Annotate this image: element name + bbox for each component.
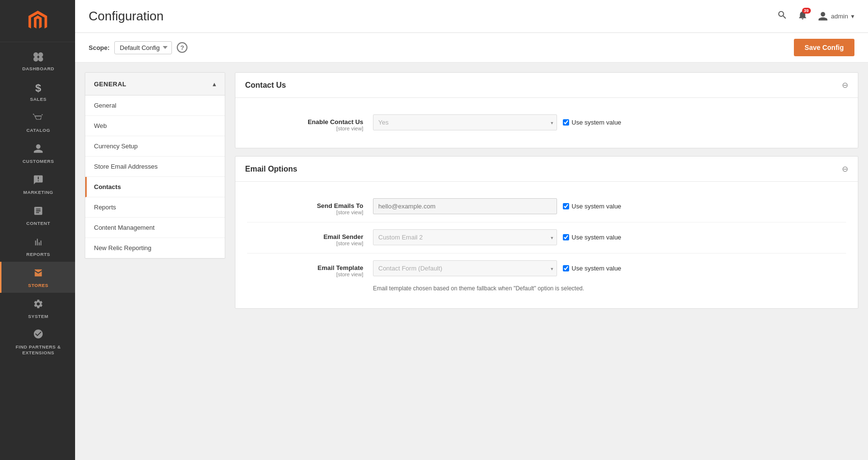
help-icon[interactable]: ? (177, 42, 187, 53)
enable-contact-us-checkbox[interactable] (563, 119, 569, 126)
enable-contact-us-label: Enable Contact Us (247, 118, 363, 126)
save-config-button[interactable]: Save Config (794, 39, 854, 56)
email-template-control: Contact Form (Default) ▾ Use system valu… (373, 260, 846, 292)
email-template-hint: Email template chosen based on theme fal… (373, 285, 846, 292)
sidebar-item-sales[interactable]: $ SALES (0, 76, 75, 107)
content-area: GENERAL ▴ General Web Currency Setup Sto… (75, 63, 868, 460)
email-template-checkbox[interactable] (563, 265, 569, 271)
email-options-section-header[interactable]: Email Options ⊖ (235, 157, 858, 182)
scope-label: Scope: (89, 44, 109, 51)
reports-icon (33, 237, 44, 250)
email-template-row: Email Template [store view] Contact Form… (247, 254, 846, 299)
dashboard-icon (33, 52, 44, 64)
contact-us-title: Contact Us (245, 81, 286, 90)
top-header: Configuration 39 admin ▾ (75, 0, 868, 33)
left-nav-item-general[interactable]: General (85, 95, 225, 116)
email-sender-use-system[interactable]: Use system value (563, 234, 621, 241)
enable-contact-us-sublabel: [store view] (247, 126, 363, 131)
email-sender-select[interactable]: Custom Email 2 (373, 229, 557, 245)
send-emails-to-label-col: Send Emails To [store view] (247, 198, 373, 215)
email-template-label-col: Email Template [store view] (247, 260, 373, 277)
partners-icon (33, 329, 44, 342)
enable-contact-us-use-system[interactable]: Use system value (563, 119, 621, 126)
email-sender-label-col: Email Sender [store view] (247, 229, 373, 246)
sidebar-item-content[interactable]: CONTENT (0, 200, 75, 231)
svg-point-2 (33, 57, 38, 62)
sidebar: DASHBOARD $ SALES CATALOG CUSTOMERS MARK… (0, 0, 75, 460)
sidebar-item-stores[interactable]: STORES (0, 262, 75, 293)
sidebar-label-stores: STORES (28, 283, 48, 288)
admin-chevron: ▾ (851, 13, 854, 20)
left-nav-item-contacts[interactable]: Contacts (85, 177, 225, 197)
left-nav-item-reports[interactable]: Reports (85, 197, 225, 218)
system-icon (33, 299, 44, 312)
catalog-icon (33, 112, 44, 126)
enable-contact-us-row: Enable Contact Us [store view] Yes ▾ (247, 108, 846, 138)
enable-contact-us-select[interactable]: Yes (373, 114, 557, 130)
magento-logo (27, 11, 49, 33)
sidebar-label-customers: CUSTOMERS (22, 159, 54, 164)
enable-contact-us-label-col: Enable Contact Us [store view] (247, 114, 373, 131)
sales-icon: $ (35, 82, 42, 95)
scope-bar: Scope: Default Config ? Save Config (75, 33, 868, 63)
contact-us-section-body: Enable Contact Us [store view] Yes ▾ (235, 98, 858, 148)
send-emails-to-use-system[interactable]: Use system value (563, 203, 621, 210)
help-icon-label: ? (180, 44, 184, 51)
content-icon (33, 206, 44, 219)
send-emails-to-sublabel: [store view] (247, 209, 363, 215)
search-button[interactable] (777, 10, 788, 23)
left-nav-item-new-relic[interactable]: New Relic Reporting (85, 238, 225, 258)
customers-icon (33, 143, 44, 157)
send-emails-to-input[interactable] (373, 198, 557, 214)
sidebar-label-marketing: MARKETING (23, 190, 53, 195)
sidebar-item-find-partners[interactable]: FIND PARTNERS & EXTENSIONS (0, 324, 75, 360)
email-template-select[interactable]: Contact Form (Default) (373, 260, 557, 276)
marketing-icon (33, 174, 44, 188)
left-nav-item-web[interactable]: Web (85, 116, 225, 136)
left-nav-item-content-management[interactable]: Content Management (85, 218, 225, 238)
send-emails-to-control: Use system value (373, 198, 846, 214)
sidebar-label-reports: REPORTS (26, 252, 50, 257)
enable-contact-us-control: Yes ▾ Use system value (373, 114, 846, 130)
email-template-use-system[interactable]: Use system value (563, 265, 621, 272)
admin-user[interactable]: admin ▾ (818, 11, 854, 22)
left-nav-item-store-email[interactable]: Store Email Addresses (85, 157, 225, 177)
admin-label: admin (831, 13, 848, 20)
left-nav-section-title: GENERAL (94, 80, 126, 88)
sidebar-label-dashboard: DASHBOARD (22, 66, 54, 71)
sidebar-item-marketing[interactable]: MARKETING (0, 169, 75, 200)
sidebar-item-reports[interactable]: REPORTS (0, 231, 75, 262)
app-container: DASHBOARD $ SALES CATALOG CUSTOMERS MARK… (0, 0, 868, 460)
svg-point-3 (38, 57, 43, 62)
sidebar-item-system[interactable]: SYSTEM (0, 293, 75, 324)
scope-select[interactable]: Default Config (114, 41, 172, 54)
main-area: Configuration 39 admin ▾ Scope: (75, 0, 868, 460)
contact-us-section: Contact Us ⊖ Enable Contact Us [store vi… (235, 72, 858, 148)
sidebar-item-catalog[interactable]: CATALOG (0, 107, 75, 138)
email-options-collapse-icon: ⊖ (842, 164, 848, 174)
email-template-label: Email Template (247, 264, 363, 271)
left-nav-header[interactable]: GENERAL ▴ (85, 73, 225, 95)
svg-point-1 (38, 52, 43, 57)
left-nav-item-currency-setup[interactable]: Currency Setup (85, 136, 225, 157)
email-options-title: Email Options (245, 165, 297, 174)
email-sender-sublabel: [store view] (247, 240, 363, 246)
admin-avatar-icon (818, 11, 828, 22)
left-nav: GENERAL ▴ General Web Currency Setup Sto… (85, 72, 225, 259)
email-sender-checkbox[interactable] (563, 234, 569, 240)
svg-point-0 (33, 52, 38, 57)
notifications-button[interactable]: 39 (797, 10, 808, 23)
send-emails-to-checkbox[interactable] (563, 203, 569, 209)
sidebar-item-customers[interactable]: CUSTOMERS (0, 138, 75, 169)
form-panel: Contact Us ⊖ Enable Contact Us [store vi… (235, 72, 858, 450)
sidebar-item-dashboard[interactable]: DASHBOARD (0, 46, 75, 76)
email-sender-select-wrap: Custom Email 2 ▾ (373, 229, 557, 245)
email-sender-use-system-label: Use system value (572, 234, 621, 241)
sidebar-label-system: SYSTEM (28, 314, 48, 319)
email-sender-label: Email Sender (247, 233, 363, 240)
contact-us-section-header[interactable]: Contact Us ⊖ (235, 73, 858, 98)
sidebar-label-content: CONTENT (26, 221, 50, 226)
logo-container (0, 0, 75, 42)
sidebar-label-find-partners: FIND PARTNERS & EXTENSIONS (5, 344, 71, 356)
email-sender-row: Email Sender [store view] Custom Email 2… (247, 222, 846, 254)
